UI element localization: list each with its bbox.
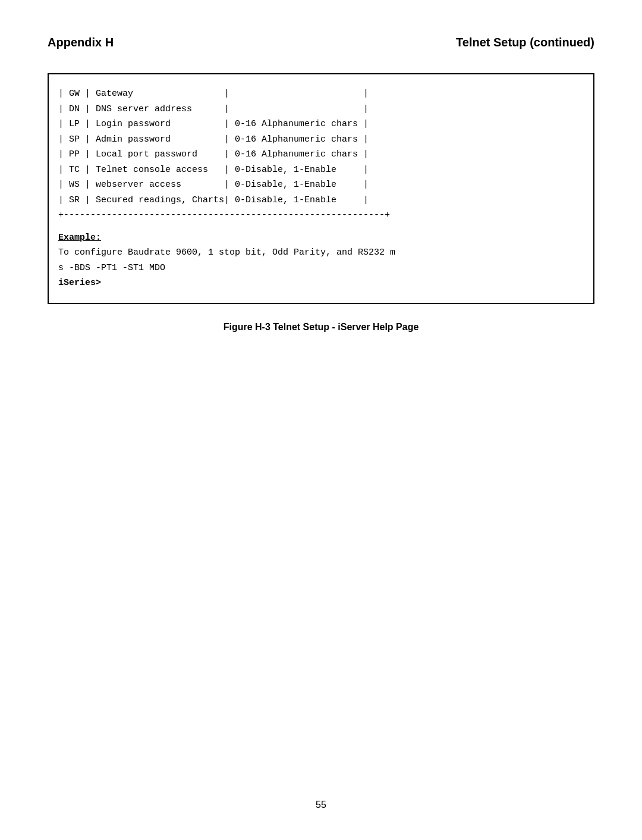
table-row: | GW | Gateway | | [58, 86, 584, 102]
appendix-label: Appendix H [48, 36, 114, 49]
example-keyword: Example: [58, 233, 101, 243]
example-section: Example: To configure Baudrate 9600, 1 s… [58, 230, 584, 291]
content-box: | GW | Gateway | | | DN | DNS server add… [48, 73, 594, 304]
table-row: | SR | Secured readings, Charts| 0-Disab… [58, 193, 584, 208]
page-header: Appendix H Telnet Setup (continued) [48, 36, 594, 49]
example-line3: iSeries> [58, 275, 584, 291]
divider-line: +---------------------------------------… [58, 208, 584, 223]
table-row: | WS | webserver access | 0-Disable, 1-E… [58, 177, 584, 193]
example-line2: s -BDS -PT1 -ST1 MDO [58, 261, 584, 276]
table-row: | PP | Local port password | 0-16 Alphan… [58, 147, 584, 162]
section-title: Telnet Setup (continued) [456, 36, 594, 49]
page-number: 55 [316, 800, 326, 810]
example-line1: To configure Baudrate 9600, 1 stop bit, … [58, 245, 584, 261]
table-row: | LP | Login password | 0-16 Alphanumeri… [58, 117, 584, 132]
table-row: | DN | DNS server address | | [58, 102, 584, 117]
page: Appendix H Telnet Setup (continued) | GW… [0, 0, 642, 840]
table-row: | TC | Telnet console access | 0-Disable… [58, 162, 584, 178]
example-label: Example: [58, 230, 584, 246]
figure-caption: Figure H-3 Telnet Setup - iServer Help P… [48, 322, 594, 333]
table-row: | SP | Admin password | 0-16 Alphanumeri… [58, 132, 584, 148]
